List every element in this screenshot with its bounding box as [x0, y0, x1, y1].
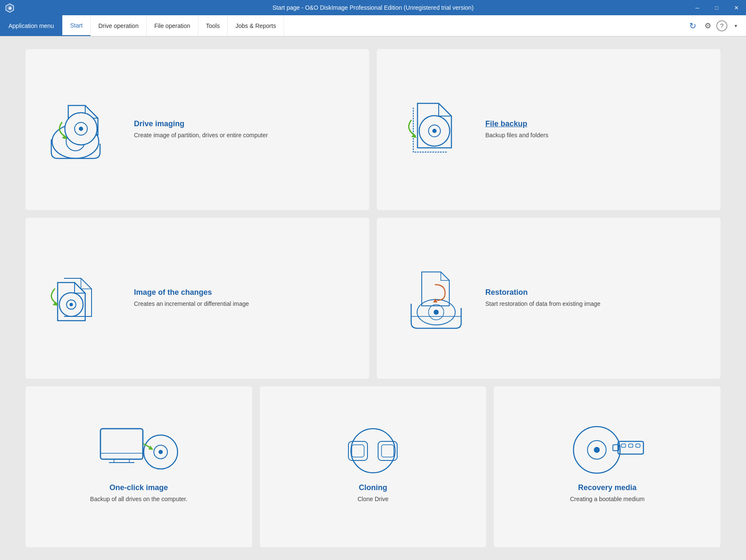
svg-point-29 [159, 450, 163, 454]
svg-rect-33 [352, 445, 364, 457]
app-logo: ◆ [5, 3, 14, 12]
file-backup-text: File backup Backup files and folders [477, 119, 548, 140]
recovery-media-title: Recovery media [570, 483, 645, 492]
menu-expand-button[interactable]: ▾ [729, 19, 743, 33]
cloning-desc: Clone Drive [357, 495, 388, 504]
image-changes-card[interactable]: Image of the changes Creates an incremen… [25, 218, 369, 379]
menu-file-operation[interactable]: File operation [147, 15, 198, 36]
drive-imaging-desc: Create image of partition, drives or ent… [134, 131, 268, 140]
refresh-button[interactable]: ↻ [686, 19, 699, 33]
window-title: Start page - O&O DiskImage Professional … [273, 4, 474, 11]
svg-rect-41 [621, 444, 626, 447]
drive-imaging-title: Drive imaging [134, 119, 268, 128]
svg-point-20 [434, 310, 439, 315]
menu-right-icons: ↻ ⚙ ? ▾ [686, 15, 746, 36]
title-bar: ◆ Start page - O&O DiskImage Professiona… [0, 0, 746, 15]
help-button[interactable]: ? [716, 20, 727, 31]
image-changes-icon [41, 264, 125, 332]
recovery-media-desc: Creating a bootable medium [570, 495, 645, 504]
recovery-media-text: Recovery media Creating a bootable mediu… [570, 483, 645, 504]
drive-imaging-text: Drive imaging Create image of partition,… [125, 119, 268, 140]
file-backup-card[interactable]: File backup Backup files and folders [377, 49, 721, 210]
menu-tools[interactable]: Tools [198, 15, 228, 36]
one-click-title: One-click image [90, 483, 188, 492]
svg-point-16 [70, 303, 73, 306]
card-row-1: Drive imaging Create image of partition,… [25, 49, 721, 210]
cloning-card[interactable]: Cloning Clone Drive [260, 386, 487, 547]
svg-point-8 [79, 127, 83, 131]
cloning-icon [345, 427, 401, 477]
restoration-title: Restoration [485, 288, 601, 297]
restoration-desc: Start restoration of data from existing … [485, 299, 601, 308]
svg-text:◆: ◆ [8, 6, 12, 10]
svg-rect-23 [100, 429, 143, 459]
maximize-button[interactable]: □ [707, 0, 727, 15]
recovery-media-card[interactable]: Recovery media Creating a bootable mediu… [494, 386, 721, 547]
menu-jobs-reports[interactable]: Jobs & Reports [228, 15, 284, 36]
svg-rect-35 [381, 445, 394, 457]
svg-rect-43 [636, 444, 640, 447]
restoration-icon [392, 264, 477, 332]
menu-drive-operation[interactable]: Drive operation [91, 15, 147, 36]
restoration-card[interactable]: Restoration Start restoration of data fr… [377, 218, 721, 379]
card-row-3: One-click image Backup of all drives on … [25, 386, 721, 547]
restoration-text: Restoration Start restoration of data fr… [477, 288, 601, 308]
svg-marker-21 [433, 298, 437, 302]
menu-start[interactable]: Start [62, 15, 91, 36]
recovery-media-icon [580, 427, 635, 477]
one-click-text: One-click image Backup of all drives on … [90, 483, 188, 504]
svg-rect-42 [629, 444, 633, 447]
one-click-card[interactable]: One-click image Backup of all drives on … [25, 386, 252, 547]
menu-bar: Application menu Start Drive operation F… [0, 15, 746, 36]
card-row-2: Image of the changes Creates an incremen… [25, 218, 721, 379]
cloning-text: Cloning Clone Drive [357, 483, 388, 504]
image-changes-title: Image of the changes [134, 288, 249, 297]
cloning-title: Cloning [357, 483, 388, 492]
drive-imaging-icon [41, 96, 125, 164]
minimize-button[interactable]: ─ [688, 0, 707, 15]
file-backup-icon [392, 96, 477, 164]
svg-rect-22 [100, 429, 143, 459]
main-content: Drive imaging Create image of partition,… [0, 36, 746, 560]
svg-point-31 [351, 429, 395, 473]
settings-button[interactable]: ⚙ [701, 19, 715, 33]
close-button[interactable]: ✕ [727, 0, 746, 15]
image-changes-desc: Creates an incremental or differential i… [134, 299, 249, 308]
svg-point-12 [432, 129, 437, 133]
drive-imaging-card[interactable]: Drive imaging Create image of partition,… [25, 49, 369, 210]
window-controls: ─ □ ✕ [688, 0, 746, 15]
application-menu-button[interactable]: Application menu [0, 15, 62, 36]
svg-rect-39 [618, 441, 643, 454]
file-backup-title: File backup [485, 119, 548, 128]
file-backup-desc: Backup files and folders [485, 131, 548, 140]
one-click-icon [111, 427, 166, 477]
one-click-desc: Backup of all drives on the computer. [90, 495, 188, 504]
svg-point-38 [594, 447, 600, 453]
image-changes-text: Image of the changes Creates an incremen… [125, 288, 249, 308]
